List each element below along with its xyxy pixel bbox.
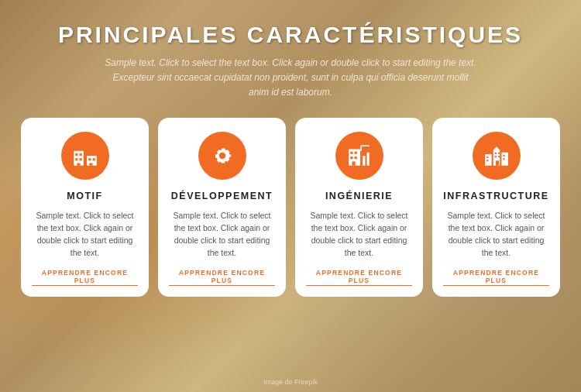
infrastructure-icon-circle bbox=[473, 132, 521, 180]
svg-rect-27 bbox=[494, 156, 496, 157]
svg-rect-26 bbox=[498, 152, 500, 153]
svg-rect-25 bbox=[494, 152, 496, 153]
infrastructure-text: Sample text. Click to select the text bo… bbox=[443, 209, 549, 260]
svg-rect-9 bbox=[89, 163, 92, 165]
card-ingenierie: INGÉNIERIE Sample text. Click to select … bbox=[295, 118, 423, 297]
svg-rect-12 bbox=[354, 151, 356, 153]
motif-link[interactable]: APPRENDRE ENCORE PLUS bbox=[32, 269, 138, 286]
svg-rect-8 bbox=[77, 163, 80, 165]
svg-rect-11 bbox=[350, 151, 352, 153]
ingenierie-icon-circle bbox=[335, 132, 383, 180]
svg-rect-17 bbox=[366, 152, 369, 165]
content-wrapper: PRINCIPALES CARACTÉRISTIQUES Sample text… bbox=[0, 0, 581, 392]
svg-rect-29 bbox=[503, 155, 504, 156]
svg-rect-4 bbox=[75, 158, 77, 160]
svg-rect-28 bbox=[498, 156, 500, 157]
svg-rect-7 bbox=[92, 158, 95, 160]
ingenierie-text: Sample text. Click to select the text bo… bbox=[306, 209, 412, 260]
page-subtitle: Sample text. Click to select the text bo… bbox=[105, 56, 476, 101]
svg-rect-30 bbox=[503, 158, 504, 160]
svg-marker-32 bbox=[493, 146, 500, 150]
svg-rect-24 bbox=[486, 160, 488, 161]
svg-rect-23 bbox=[486, 156, 488, 158]
svg-rect-6 bbox=[88, 158, 91, 160]
svg-rect-3 bbox=[79, 153, 81, 155]
infrastructure-link[interactable]: APPRENDRE ENCORE PLUS bbox=[443, 269, 549, 286]
svg-rect-5 bbox=[79, 158, 81, 160]
motif-icon-circle bbox=[61, 132, 109, 180]
card-developpement: DÉVELOPPEMENT Sample text. Click to sele… bbox=[158, 118, 286, 297]
svg-rect-14 bbox=[354, 156, 356, 159]
building-chart-icon bbox=[346, 143, 373, 169]
motif-icon bbox=[72, 143, 98, 169]
developpement-text: Sample text. Click to select the text bo… bbox=[169, 209, 275, 260]
image-credit: Image de Freepik bbox=[263, 378, 318, 386]
developpement-icon-circle bbox=[198, 132, 246, 180]
page-title: PRINCIPALES CARACTÉRISTIQUES bbox=[58, 22, 523, 48]
svg-rect-31 bbox=[495, 160, 498, 165]
ingenierie-link[interactable]: APPRENDRE ENCORE PLUS bbox=[306, 269, 412, 286]
svg-rect-15 bbox=[352, 161, 355, 165]
motif-title: MOTIF bbox=[67, 191, 102, 201]
card-motif: MOTIF Sample text. Click to select the t… bbox=[21, 118, 149, 297]
cards-row: MOTIF Sample text. Click to select the t… bbox=[15, 118, 566, 297]
gear-icon bbox=[209, 143, 235, 169]
city-icon bbox=[483, 143, 510, 169]
svg-rect-2 bbox=[75, 153, 77, 155]
svg-rect-13 bbox=[350, 156, 352, 159]
svg-rect-16 bbox=[363, 156, 365, 166]
developpement-link[interactable]: APPRENDRE ENCORE PLUS bbox=[169, 269, 275, 286]
infrastructure-title: INFRASTRUCTURE bbox=[443, 191, 548, 201]
developpement-title: DÉVELOPPEMENT bbox=[171, 191, 273, 201]
ingenierie-title: INGÉNIERIE bbox=[325, 191, 393, 201]
card-infrastructure: INFRASTRUCTURE Sample text. Click to sel… bbox=[432, 118, 560, 297]
motif-text: Sample text. Click to select the text bo… bbox=[32, 209, 138, 260]
